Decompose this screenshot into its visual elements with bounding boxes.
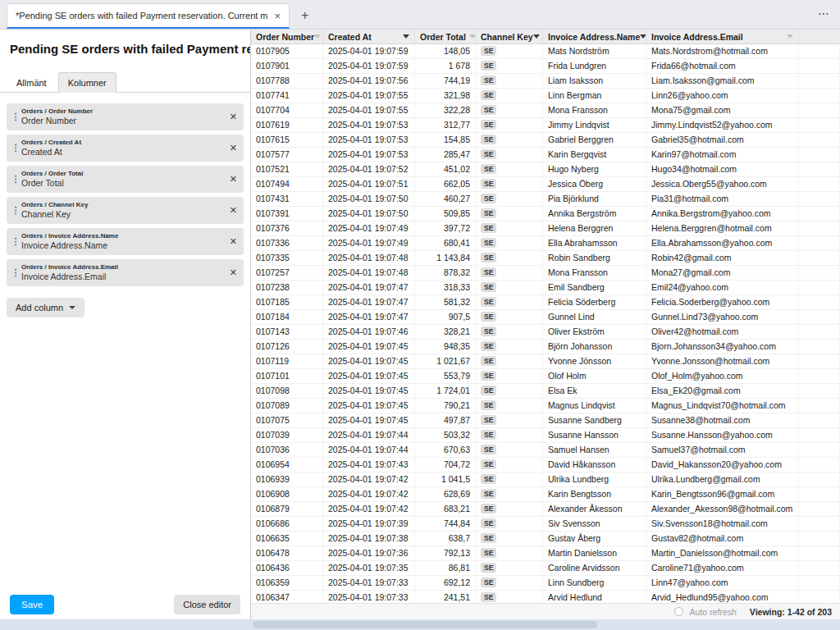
- column-item[interactable]: ⋮ Orders / Order Number Order Number ✕: [7, 103, 244, 130]
- table-row[interactable]: 0107905 2025-04-01 19:07:59 148,05 SE Ma…: [251, 44, 840, 59]
- column-header[interactable]: Order Total: [415, 30, 476, 43]
- table-row[interactable]: 0107521 2025-04-01 19:07:52 451,02 SE Hu…: [251, 162, 840, 177]
- table-row[interactable]: 0107185 2025-04-01 19:07:47 581,32 SE Fe…: [251, 295, 840, 310]
- channel-badge: SE: [481, 400, 496, 410]
- table-row[interactable]: 0107119 2025-04-01 19:07:45 1 021,67 SE …: [251, 354, 840, 369]
- table-row[interactable]: 0107143 2025-04-01 19:07:46 328,21 SE Ol…: [251, 325, 840, 340]
- cell-order-number: 0107376: [251, 221, 323, 236]
- column-header[interactable]: Channel Key: [476, 30, 543, 43]
- filter-icon[interactable]: [533, 34, 540, 39]
- column-name-input[interactable]: Channel Key: [21, 209, 223, 220]
- remove-column-icon[interactable]: ✕: [230, 205, 237, 216]
- table-row[interactable]: 0106954 2025-04-01 19:07:43 704,72 SE Da…: [251, 458, 840, 472]
- add-column-button[interactable]: Add column: [7, 298, 84, 317]
- table-row[interactable]: 0106939 2025-04-01 19:07:42 1 041,5 SE U…: [251, 472, 840, 487]
- column-header[interactable]: Order Number: [251, 30, 323, 43]
- drag-handle-icon[interactable]: ⋮: [10, 267, 21, 278]
- table-row[interactable]: 0107788 2025-04-01 19:07:56 744,19 SE Li…: [251, 74, 840, 89]
- drag-handle-icon[interactable]: ⋮: [10, 174, 21, 185]
- table-header: Order Number Created At Order Total Chan…: [251, 30, 840, 44]
- table-row[interactable]: 0107257 2025-04-01 19:07:48 878,32 SE Mo…: [251, 266, 840, 281]
- drag-handle-icon[interactable]: ⋮: [10, 143, 21, 153]
- column-item[interactable]: ⋮ Orders / Order Total Order Total ✕: [7, 166, 244, 193]
- table-row[interactable]: 0107376 2025-04-01 19:07:49 397,72 SE He…: [251, 221, 840, 236]
- cell-order-number: 0107577: [251, 148, 323, 162]
- table-row[interactable]: 0106436 2025-04-01 19:07:35 86,81 SE Car…: [251, 561, 840, 576]
- table-row[interactable]: 0107075 2025-04-01 19:07:45 497,87 SE Su…: [251, 413, 840, 428]
- cell-order-total: 1 041,5: [415, 472, 476, 487]
- report-title[interactable]: Pending SE orders with failed Payment re…: [0, 30, 250, 72]
- table-row[interactable]: 0106359 2025-04-01 19:07:33 692,12 SE Li…: [251, 576, 840, 591]
- filter-icon[interactable]: [640, 34, 646, 39]
- table-row[interactable]: 0106879 2025-04-01 19:07:42 683,21 SE Al…: [251, 502, 840, 517]
- drag-handle-icon[interactable]: ⋮: [10, 112, 21, 122]
- table-row[interactable]: 0107039 2025-04-01 19:07:44 503,32 SE Su…: [251, 428, 840, 443]
- table-row[interactable]: 0107238 2025-04-01 19:07:47 318,33 SE Em…: [251, 281, 840, 295]
- channel-badge: SE: [481, 164, 496, 174]
- table-row[interactable]: 0107335 2025-04-01 19:07:48 1 143,84 SE …: [251, 251, 840, 266]
- filter-icon[interactable]: [787, 34, 793, 39]
- chevron-down-icon: [69, 306, 75, 309]
- table-row[interactable]: 0107336 2025-04-01 19:07:49 680,41 SE El…: [251, 236, 840, 251]
- table-row[interactable]: 0107615 2025-04-01 19:07:53 154,85 SE Ga…: [251, 133, 840, 148]
- remove-column-icon[interactable]: ✕: [230, 236, 237, 247]
- column-name-input[interactable]: Order Total: [21, 178, 223, 189]
- editor-footer: Save Close editor: [10, 595, 240, 614]
- table-row[interactable]: 0107126 2025-04-01 19:07:45 948,35 SE Bj…: [251, 340, 840, 354]
- table-row[interactable]: 0107101 2025-04-01 19:07:45 553,79 SE Ol…: [251, 369, 840, 384]
- table-row[interactable]: 0107494 2025-04-01 19:07:51 662,05 SE Je…: [251, 177, 840, 192]
- column-name-input[interactable]: Created At: [21, 147, 223, 158]
- overflow-menu-icon[interactable]: ⋯: [818, 7, 830, 19]
- table-row[interactable]: 0107391 2025-04-01 19:07:50 509,85 SE An…: [251, 207, 840, 221]
- table-row[interactable]: 0107089 2025-04-01 19:07:45 790,21 SE Ma…: [251, 399, 840, 413]
- filter-icon[interactable]: [403, 34, 409, 39]
- remove-column-icon[interactable]: ✕: [230, 143, 237, 153]
- remove-column-icon[interactable]: ✕: [230, 174, 237, 185]
- drag-handle-icon[interactable]: ⋮: [10, 236, 21, 247]
- column-name-input[interactable]: Invoice Address.Email: [21, 272, 223, 282]
- editor-tab[interactable]: Allmänt: [7, 72, 57, 93]
- filter-icon[interactable]: [314, 34, 321, 39]
- column-name-input[interactable]: Order Number: [21, 116, 223, 126]
- close-tab-icon[interactable]: ×: [274, 11, 281, 21]
- table-row[interactable]: 0107619 2025-04-01 19:07:53 312,77 SE Ji…: [251, 118, 840, 133]
- column-name-input[interactable]: Invoice Address.Name: [21, 240, 223, 251]
- auto-refresh-toggle[interactable]: [674, 607, 683, 616]
- table-row[interactable]: 0106686 2025-04-01 19:07:39 744,84 SE Si…: [251, 517, 840, 532]
- table-row[interactable]: 0107741 2025-04-01 19:07:55 321,98 SE Li…: [251, 89, 840, 103]
- column-item[interactable]: ⋮ Orders / Created At Created At ✕: [7, 135, 244, 162]
- column-header[interactable]: Invoice Address.Email: [646, 30, 799, 43]
- save-button[interactable]: Save: [10, 595, 54, 614]
- editor-tab[interactable]: Kolumner: [58, 72, 116, 93]
- table-row[interactable]: 0107901 2025-04-01 19:07:59 1 678 SE Fri…: [251, 59, 840, 74]
- remove-column-icon[interactable]: ✕: [230, 267, 237, 278]
- horizontal-scrollbar[interactable]: [0, 619, 840, 630]
- tab-active[interactable]: *Pending SE orders with failed Payment r…: [7, 3, 290, 29]
- table-row[interactable]: 0107704 2025-04-01 19:07:55 322,28 SE Mo…: [251, 103, 840, 118]
- new-tab-button[interactable]: +: [301, 9, 308, 22]
- cell-order-total: 509,85: [415, 207, 476, 221]
- table-row[interactable]: 0107036 2025-04-01 19:07:44 670,63 SE Sa…: [251, 443, 840, 458]
- column-header[interactable]: Created At: [323, 30, 415, 43]
- cell-order-total: 1 724,01: [415, 384, 476, 399]
- table-row[interactable]: 0106908 2025-04-01 19:07:42 628,69 SE Ka…: [251, 487, 840, 502]
- column-item[interactable]: ⋮ Orders / Channel Key Channel Key ✕: [7, 197, 244, 224]
- table-row[interactable]: 0107098 2025-04-01 19:07:45 1 724,01 SE …: [251, 384, 840, 399]
- table-row[interactable]: 0106478 2025-04-01 19:07:36 792,13 SE Ma…: [251, 546, 840, 561]
- table-row[interactable]: 0106635 2025-04-01 19:07:38 638,7 SE Gus…: [251, 532, 840, 546]
- column-item[interactable]: ⋮ Orders / Invoice Address.Name Invoice …: [7, 228, 244, 255]
- cell-invoice-name: Annika Bergström: [543, 207, 646, 221]
- column-item[interactable]: ⋮ Orders / Invoice Address.Email Invoice…: [7, 259, 244, 286]
- cell-channel-key: SE: [476, 103, 543, 118]
- scrollbar-thumb[interactable]: [253, 621, 597, 628]
- drag-handle-icon[interactable]: ⋮: [10, 205, 21, 216]
- table-row[interactable]: 0106347 2025-04-01 19:07:33 241,51 SE Ar…: [251, 591, 840, 603]
- filter-icon[interactable]: [469, 34, 476, 39]
- table-row[interactable]: 0107184 2025-04-01 19:07:47 907,5 SE Gun…: [251, 310, 840, 325]
- remove-column-icon[interactable]: ✕: [230, 112, 237, 122]
- table-row[interactable]: 0107431 2025-04-01 19:07:50 460,27 SE Pi…: [251, 192, 840, 207]
- column-header[interactable]: Invoice Address.Name: [543, 30, 646, 43]
- table-row[interactable]: 0107577 2025-04-01 19:07:53 285,47 SE Ka…: [251, 148, 840, 162]
- cell-invoice-name: Pia Björklund: [543, 192, 646, 207]
- close-editor-button[interactable]: Close editor: [174, 595, 240, 614]
